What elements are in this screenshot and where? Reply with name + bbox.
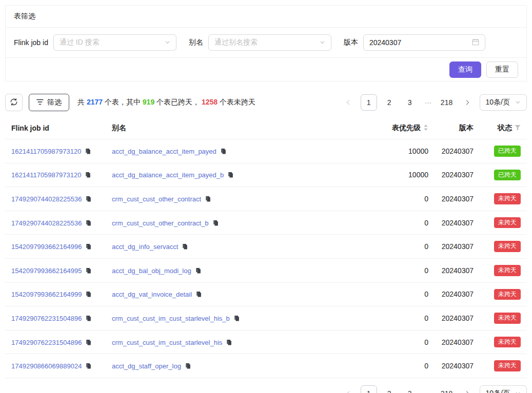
alias-link[interactable]: crm_cust_cust_other_contract_b [112, 219, 209, 227]
page-button-last[interactable]: 218 [439, 385, 455, 393]
tables-table: Flink job id 别名 表优先级 版本 状态 [5, 117, 527, 378]
alias-link[interactable]: acct_dg_staff_oper_log [112, 362, 181, 370]
cell-version: 20240307 [435, 354, 480, 378]
flink-job-id-placeholder: 通过 ID 搜索 [60, 38, 100, 47]
page-size-value: 10条/页 [486, 389, 510, 393]
copy-icon[interactable] [195, 267, 202, 274]
filter-icon [36, 98, 44, 107]
copy-icon[interactable] [85, 315, 92, 322]
version-date-input[interactable]: 20240307 [363, 34, 485, 51]
copy-icon[interactable] [85, 220, 92, 226]
table-row: 1749290744028225536 crm_cust_cust_other_… [5, 211, 527, 235]
copy-icon[interactable] [212, 220, 219, 226]
cell-version: 20240307 [435, 330, 480, 354]
alias-link[interactable]: crm_cust_cust_other_contract [112, 195, 201, 203]
cell-priority: 10000 [367, 163, 435, 187]
summary-text: 个表未跨天 [218, 98, 255, 106]
flink-job-id-link[interactable]: 1749290762231504896 [11, 339, 82, 346]
cell-alias-text: crm_cust_cust_im_cust_starlevel_his [112, 339, 222, 346]
flink-job-id-link[interactable]: 1749290744028225536 [11, 195, 82, 203]
field-alias: 别名 通过别名搜索 [189, 34, 331, 51]
version-date-value: 20240307 [369, 38, 401, 47]
copy-icon[interactable] [195, 291, 202, 298]
flink-job-id-link[interactable]: 1749290866069889024 [11, 362, 82, 370]
prev-page-button[interactable] [340, 385, 357, 393]
alias-link[interactable]: acct_dg_info_servacct [112, 243, 178, 251]
cell-priority: 0 [367, 235, 435, 259]
cell-alias-text: crm_cust_cust_other_contract_b [112, 219, 209, 227]
page-ellipsis[interactable]: ··· [422, 389, 435, 393]
flink-job-id-link[interactable]: 1749290762231504896 [11, 315, 82, 322]
page-size-select[interactable]: 10条/页 [480, 94, 527, 111]
flink-job-id-select[interactable]: 通过 ID 搜索 [53, 34, 176, 51]
sort-icon[interactable] [423, 124, 428, 133]
refresh-button[interactable] [5, 94, 23, 111]
alias-select[interactable]: 通过别名搜索 [208, 34, 331, 51]
summary-text: 个表，其中 [103, 98, 143, 106]
page-button-1[interactable]: 1 [361, 385, 377, 393]
query-button[interactable]: 查询 [449, 61, 481, 78]
flink-job-id-link[interactable]: 1542097993662164995 [11, 267, 82, 275]
page-button-2[interactable]: 2 [381, 385, 398, 393]
reset-button[interactable]: 重置 [486, 61, 518, 78]
cell-priority: 0 [367, 211, 435, 235]
page-button-last[interactable]: 218 [439, 94, 455, 111]
cell-version: 20240307 [435, 163, 480, 187]
alias-link[interactable]: acct_dg_balance_acct_item_payed [112, 148, 216, 155]
next-page-button[interactable] [459, 385, 476, 393]
cell-id-text: 1749290762231504896 [11, 339, 82, 346]
copy-icon[interactable] [85, 243, 92, 250]
cell-alias-text: acct_dg_info_servacct [112, 243, 178, 251]
copy-icon[interactable] [220, 148, 227, 155]
page-size-select[interactable]: 10条/页 [480, 385, 527, 393]
chevron-down-icon [165, 38, 170, 47]
funnel-icon[interactable] [515, 124, 521, 132]
cell-alias-text: acct_dg_balance_acct_item_payed [112, 148, 216, 155]
cell-version: 20240307 [435, 187, 480, 211]
page-ellipsis[interactable]: ··· [422, 98, 435, 107]
cell-id-text: 1542097993662164995 [11, 267, 82, 275]
copy-icon[interactable] [85, 339, 92, 346]
flink-job-id-link[interactable]: 1542097993662164996 [11, 243, 82, 251]
pagination-top: 1 2 3 ··· 218 10条/页 [340, 94, 527, 111]
copy-icon[interactable] [85, 196, 92, 202]
copy-icon[interactable] [205, 196, 211, 202]
page-button-3[interactable]: 3 [402, 94, 418, 111]
cell-id-text: 1749290866069889024 [11, 362, 82, 370]
cell-id-text: 1621411705987973120 [11, 148, 81, 155]
status-badge: 已跨天 [494, 170, 521, 181]
summary-text: 个表已跨天， [154, 98, 202, 106]
flink-job-id-link[interactable]: 1542097993662164999 [11, 291, 82, 298]
alias-link[interactable]: crm_cust_cust_im_cust_starlevel_his [112, 339, 222, 346]
column-header-status[interactable]: 状态 [480, 117, 527, 139]
toolbar: 筛选 共 2177 个表，其中 919 个表已跨天， 1258 个表未跨天 1 … [5, 94, 527, 111]
copy-icon[interactable] [85, 148, 91, 155]
copy-icon[interactable] [233, 315, 240, 322]
flink-job-id-link[interactable]: 1621411705987973120 [11, 148, 81, 155]
flink-job-id-link[interactable]: 1749290744028225536 [11, 219, 82, 227]
column-header-priority[interactable]: 表优先级 [367, 117, 435, 139]
cell-version: 20240307 [435, 258, 480, 282]
copy-icon[interactable] [182, 243, 188, 250]
filter-button[interactable]: 筛选 [29, 94, 69, 111]
flink-job-id-link[interactable]: 1621411705987973120 [11, 171, 81, 179]
alias-link[interactable]: crm_cust_cust_im_cust_starlevel_his_b [112, 315, 230, 322]
next-page-button[interactable] [459, 94, 476, 111]
copy-icon[interactable] [227, 172, 234, 178]
copy-icon[interactable] [85, 267, 92, 274]
status-badge: 已跨天 [494, 146, 521, 157]
copy-icon[interactable] [85, 291, 92, 298]
copy-icon[interactable] [85, 363, 92, 369]
copy-icon[interactable] [185, 363, 191, 369]
alias-link[interactable]: acct_dg_vat_invoice_detail [112, 291, 192, 298]
alias-link[interactable]: acct_dg_balance_acct_item_payed_b [112, 171, 224, 179]
prev-page-button[interactable] [340, 94, 357, 111]
alias-link[interactable]: acct_dg_bal_obj_modi_log [112, 267, 191, 275]
cell-id-text: 1749290744028225536 [11, 219, 82, 227]
copy-icon[interactable] [85, 172, 91, 178]
page-button-1[interactable]: 1 [361, 94, 377, 111]
page-button-3[interactable]: 3 [402, 385, 418, 393]
not-crossed-count: 1258 [202, 98, 218, 106]
copy-icon[interactable] [226, 339, 232, 346]
page-button-2[interactable]: 2 [381, 94, 398, 111]
